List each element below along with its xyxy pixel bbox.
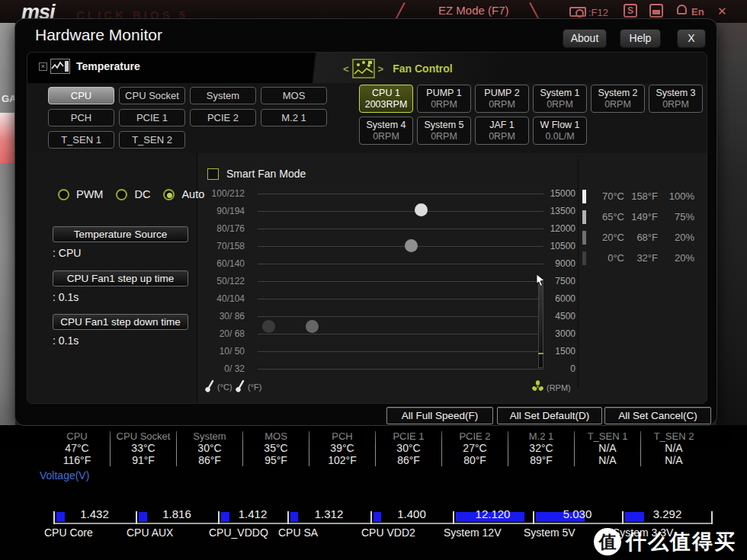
chart-left-tick: 90/194: [200, 206, 245, 216]
action-button-all-full-speed-f[interactable]: All Full Speed(F): [386, 407, 493, 424]
temp-button-pcie-2[interactable]: PCIE 2: [190, 109, 256, 126]
close-dialog-button[interactable]: X: [677, 29, 706, 48]
setting-button-temperature-source[interactable]: Temperature Source: [53, 226, 188, 242]
fan-point-temp-f: 68°F: [624, 232, 658, 243]
notification-bell-icon[interactable]: [677, 5, 687, 14]
radio-dc[interactable]: [116, 189, 127, 200]
help-button[interactable]: Help: [620, 29, 661, 48]
sensor-temp-c: N/A: [641, 442, 707, 454]
fan-name: PUMP 1: [418, 87, 470, 99]
fan-button-system-2[interactable]: System 20RPM: [591, 85, 645, 113]
setting-button-cpu-fan1-step-down-time[interactable]: CPU Fan1 step down time: [53, 314, 188, 330]
fan-curve-point-0c[interactable]: [262, 320, 275, 333]
fan-button-system-3[interactable]: System 30RPM: [649, 85, 703, 113]
sensor-temp-f: 91°F: [111, 454, 176, 466]
fan-name: System 4: [360, 119, 412, 131]
chart-right-tick: 1500: [543, 346, 575, 357]
temp-button-t-sen-1[interactable]: T_SEN 1: [48, 131, 114, 149]
fan-button-system-1[interactable]: System 10RPM: [533, 85, 587, 113]
voltage-baseline: [136, 523, 218, 524]
temp-button-pcie-1[interactable]: PCIE 1: [119, 109, 185, 126]
chart-left-tick: 20/ 68: [200, 328, 245, 339]
fan-button-system-4[interactable]: System 40RPM: [359, 117, 413, 145]
radio-auto[interactable]: [163, 189, 175, 200]
chart-right-tick: 9000: [543, 258, 575, 269]
fan-button-w-flow-1[interactable]: W Flow 10.0L/M: [533, 117, 587, 145]
chart-gridline: [258, 316, 543, 317]
fan-name: JAF 1: [476, 119, 528, 131]
prev-tab-arrow[interactable]: <: [340, 63, 352, 75]
setting-value: : CPU: [53, 247, 188, 259]
voltage-value: 1.400: [370, 507, 453, 520]
sensor-name: T_SEN 2: [641, 430, 707, 442]
decor-slash-left: [395, 2, 406, 20]
smart-fan-mode-toggle[interactable]: Smart Fan Mode: [207, 168, 306, 180]
display-icon[interactable]: [649, 4, 663, 18]
fan-button-pump-1[interactable]: PUMP 10RPM: [417, 85, 471, 113]
temp-button-t-sen-2[interactable]: T_SEN 2: [119, 131, 185, 149]
collapse-icon[interactable]: ×: [39, 62, 47, 71]
voltage-name: System 5V: [524, 526, 575, 539]
voltage-readout-system-12v: 12.120System 12V: [453, 501, 533, 539]
setting-cpu-fan1-step-up-time: CPU Fan1 step up time: 0.1s: [53, 270, 188, 303]
fan-point-percent: 75%: [658, 211, 694, 222]
fan-button-jaf-1[interactable]: JAF 10RPM: [475, 117, 529, 145]
temp-button-cpu[interactable]: CPU: [48, 87, 114, 104]
setting-button-cpu-fan1-step-up-time[interactable]: CPU Fan1 step up time: [53, 270, 188, 286]
tab-temperature[interactable]: × Temperature: [39, 59, 140, 74]
chart-left-tick: 50/122: [200, 276, 245, 286]
next-tab-arrow[interactable]: >: [375, 63, 387, 75]
voltage-value: 1.412: [218, 507, 287, 520]
sensor-readout-system: System30°C86°F: [177, 430, 242, 466]
temp-button-pch[interactable]: PCH: [48, 109, 114, 126]
fan-button-system-5[interactable]: System 50RPM: [417, 117, 471, 145]
fan-button-pump-2[interactable]: PUMP 20RPM: [475, 85, 529, 113]
chart-left-tick: 30/ 86: [200, 311, 245, 322]
screenshot-camera-icon[interactable]: [569, 7, 586, 17]
smart-fan-checkbox[interactable]: [207, 168, 219, 180]
action-button-all-set-cancel-c[interactable]: All Set Cancel(C): [604, 407, 711, 424]
temperature-sensor-buttons: CPUCPU SocketSystemMOSPCHPCIE 1PCIE 2M.2…: [48, 87, 334, 149]
voltage-baseline: [622, 523, 713, 524]
sensor-temp-c: 35°C: [243, 442, 309, 454]
sensor-temp-f: N/A: [575, 454, 640, 466]
about-button[interactable]: About: [563, 29, 607, 48]
fan-column-slider[interactable]: [538, 281, 543, 368]
chart-right-tick: 12000: [543, 223, 575, 234]
chart-gridline: [258, 229, 543, 229]
fan-rpm-value: 2003RPM: [360, 99, 412, 110]
sensor-name: MOS: [243, 430, 309, 442]
chart-gridline: [258, 369, 543, 370]
temp-button-system[interactable]: System: [190, 87, 256, 104]
sensor-temp-c: 39°C: [309, 442, 375, 454]
decor-slash-right: [529, 2, 540, 20]
fan-point-percent: 20%: [658, 252, 694, 264]
radio-label-dc: DC: [134, 188, 150, 200]
fan-curve-point-65c[interactable]: [405, 239, 418, 252]
fan-point-percent: 20%: [658, 232, 694, 243]
watermark-text: 什么值得买: [626, 528, 736, 555]
radio-pwm[interactable]: [58, 189, 69, 200]
radio-label-pwm: PWM: [76, 188, 103, 200]
ez-mode-button[interactable]: EZ Mode (F7): [438, 4, 509, 17]
tab-fan-control[interactable]: < > Fan Control: [340, 59, 453, 78]
chart-gridline: [258, 246, 543, 247]
temp-button-cpu-socket[interactable]: CPU Socket: [119, 87, 185, 104]
watermark: 值 什么值得买: [594, 528, 736, 555]
voltage-readout-cpu-vdd2: 1.400CPU VDD2: [370, 501, 453, 539]
fan-name: System 1: [534, 87, 586, 99]
fan-button-cpu-1[interactable]: CPU 12003RPM: [359, 85, 413, 113]
fan-curve-point-20c[interactable]: [306, 320, 319, 333]
setup-shortcut-icon[interactable]: S: [624, 4, 637, 18]
fan-point-temp-c: 65°C: [592, 211, 624, 222]
fan-point-temp-f: 32°F: [624, 252, 658, 264]
status-readout-panel: CPU47°C116°FCPU Socket33°C91°FSystem30°C…: [0, 425, 747, 560]
action-button-all-set-default-d[interactable]: All Set Default(D): [497, 407, 602, 424]
fan-rpm-value: 0RPM: [360, 131, 412, 142]
language-toggle[interactable]: En: [691, 6, 704, 18]
fan-curve-point-70c[interactable]: [415, 203, 428, 216]
fan-rpm-value: 0RPM: [418, 99, 470, 110]
temp-button-mos[interactable]: MOS: [261, 87, 327, 104]
temp-button-m.2-1[interactable]: M.2 1: [261, 109, 327, 126]
bios-close-icon[interactable]: ✕: [717, 5, 727, 18]
